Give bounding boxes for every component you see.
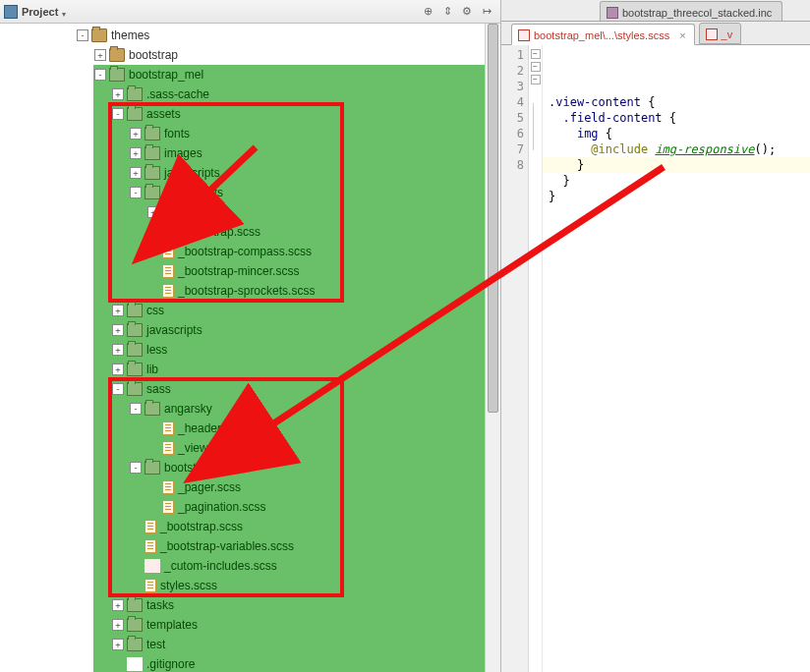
tree-node[interactable]: +test (0, 635, 500, 654)
fold-collapse-icon[interactable]: − (531, 62, 541, 72)
tree-node[interactable]: +bootstrap (0, 45, 500, 65)
tree-node-label: bootstrap (129, 48, 178, 62)
scss-file-icon (518, 29, 530, 41)
collapse-icon[interactable]: - (112, 108, 124, 120)
collapse-icon[interactable]: - (77, 29, 88, 41)
collapse-icon[interactable]: - (130, 403, 142, 415)
folder-icon (91, 28, 107, 42)
editor-tab[interactable]: _v (699, 23, 742, 44)
tree-node[interactable]: +css (0, 301, 500, 320)
fold-gutter[interactable]: −−− (529, 45, 543, 672)
line-number: 5 (501, 110, 524, 126)
tree-node[interactable]: -bootstrap_mel (0, 65, 500, 84)
tree-node[interactable]: _cutom-includes.scss (0, 556, 500, 576)
editor-tab[interactable]: bootstrap_mel\...\styles.scss× (511, 24, 695, 45)
project-tree[interactable]: -themes+bootstrap-bootstrap_mel+.sass-ca… (0, 24, 500, 672)
collapse-icon[interactable]: - (130, 187, 142, 198)
expand-icon[interactable]: + (112, 599, 124, 611)
tree-node[interactable]: +templates (0, 615, 500, 635)
tree-node[interactable]: +javascripts (0, 320, 500, 340)
code-editor[interactable]: 12345678 −−− .view-content { .field-cont… (501, 45, 810, 672)
tree-node[interactable]: +tasks (0, 595, 500, 615)
project-scope-dropdown[interactable] (62, 7, 72, 17)
code-area[interactable]: .view-content { .field-content { img { @… (543, 45, 810, 672)
close-tab-icon[interactable]: × (679, 29, 685, 41)
tree-node[interactable]: -angarsky (0, 399, 500, 419)
expand-icon[interactable]: + (112, 619, 124, 631)
expand-icon[interactable]: + (130, 167, 142, 179)
tree-node-label: styles.scss (160, 579, 217, 592)
file-icon (162, 480, 174, 494)
tree-node-label: angarsky (164, 402, 212, 416)
tree-node[interactable]: -bootstrap (0, 458, 500, 477)
tree-node-label: assets (146, 107, 181, 121)
tree-node[interactable]: _pager.scss (0, 477, 500, 497)
tree-node-label: bootstrap_mel (129, 68, 203, 82)
tree-node[interactable]: _bootstrap-mincer.scss (0, 261, 500, 281)
collapse-icon[interactable]: - (94, 69, 106, 81)
tree-node[interactable]: _pagination.scss (0, 497, 500, 517)
tree-node[interactable]: .gitignore (0, 654, 500, 672)
tree-node[interactable]: -themes (0, 26, 500, 45)
tree-node[interactable]: +javascripts (0, 163, 500, 183)
tree-node[interactable]: _header.scss (0, 419, 500, 438)
file-icon (162, 500, 174, 514)
folder-icon (127, 323, 143, 337)
tree-node-label: _header.scss (178, 421, 248, 435)
fold-collapse-icon[interactable]: − (531, 49, 541, 59)
tree-node[interactable]: _bootstrap.scss (0, 222, 500, 242)
scroll-from-source-button[interactable]: ⊕ (418, 3, 437, 21)
tree-node[interactable]: +lib (0, 360, 500, 379)
editor-file-tabs: bootstrap_mel\...\styles.scss×_v (501, 22, 810, 45)
tree-node[interactable]: +less (0, 340, 500, 360)
tree-node[interactable]: _bootstrap-sprockets.scss (0, 281, 500, 301)
tree-node[interactable]: _views.scss (0, 438, 500, 458)
folder-icon (127, 343, 143, 357)
project-icon (4, 5, 18, 19)
project-panel-title: Project (22, 6, 58, 18)
folder-icon (109, 48, 125, 62)
tree-node[interactable]: -assets (0, 104, 500, 124)
tree-node-label: templates (146, 618, 198, 632)
expand-icon[interactable]: + (112, 344, 124, 356)
collapse-all-button[interactable]: ⇕ (437, 3, 457, 21)
expand-icon[interactable]: + (130, 128, 142, 140)
file-icon (162, 421, 174, 435)
line-number-gutter: 12345678 (501, 45, 529, 672)
expand-icon[interactable]: + (112, 305, 124, 316)
folder-icon (127, 618, 143, 632)
expand-icon[interactable]: + (147, 206, 159, 218)
expand-icon[interactable]: + (112, 639, 124, 650)
line-number: 6 (501, 126, 524, 141)
tree-node[interactable]: _bootstrap.scss (0, 517, 500, 536)
collapse-icon[interactable]: - (130, 462, 142, 474)
folder-icon (145, 146, 160, 160)
tree-node-label: fonts (164, 127, 190, 140)
tree-node[interactable]: styles.scss (0, 576, 500, 595)
settings-gear-button[interactable]: ⚙ (457, 3, 477, 21)
folder-icon (127, 382, 143, 396)
expand-icon[interactable]: + (112, 88, 124, 100)
expand-icon[interactable]: + (94, 49, 106, 61)
expand-icon[interactable]: + (112, 364, 124, 375)
folder-icon (109, 68, 125, 82)
tree-node-label: javascripts (146, 323, 202, 337)
expand-icon[interactable]: + (112, 324, 124, 336)
hide-panel-button[interactable]: ↦ (477, 3, 496, 21)
code-line: img { (549, 126, 810, 141)
code-line: .field-content { (549, 110, 810, 126)
top-tab-label: bootstrap_threecol_stacked.inc (622, 7, 772, 19)
fold-collapse-icon[interactable]: − (531, 75, 541, 84)
tree-node[interactable]: _bootstrap-variables.scss (0, 536, 500, 556)
tree-node[interactable]: _bootstrap-compass.scss (0, 242, 500, 261)
tree-node[interactable]: +images (0, 143, 500, 163)
tree-node[interactable]: -stylesheets (0, 183, 500, 202)
tree-node-label: _bootstrap-sprockets.scss (178, 284, 315, 298)
tree-node[interactable]: +bootstrap (0, 202, 500, 222)
tree-node[interactable]: +.sass-cache (0, 84, 500, 104)
top-tab-file[interactable]: bootstrap_threecol_stacked.inc (600, 1, 782, 21)
tree-node[interactable]: -sass (0, 379, 500, 399)
collapse-icon[interactable]: - (112, 383, 124, 395)
expand-icon[interactable]: + (130, 147, 142, 159)
tree-node[interactable]: +fonts (0, 124, 500, 143)
